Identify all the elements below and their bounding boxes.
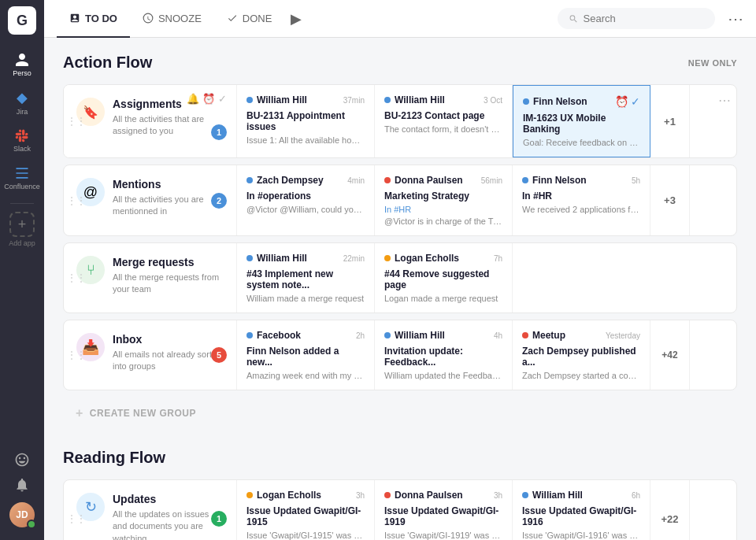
card-preview: @Victor is in charge of the Twitter... xyxy=(384,216,502,226)
card-preview: Zach Dempsey started a conversation... xyxy=(522,371,640,380)
card-assignment-3[interactable]: Finn Nelson ⏰ ✓ IM-1623 UX Mobile Bankin… xyxy=(513,85,650,157)
card-update-1[interactable]: Logan Echolls 3h Issue Updated Gwapit/GI… xyxy=(237,480,375,540)
card-header: William Hill 22min xyxy=(246,253,365,264)
card-assignment-1[interactable]: William Hill 37min BU-2131 Appointment i… xyxy=(237,85,375,157)
create-new-group-button[interactable]: + CREATE NEW GROUP xyxy=(63,397,737,430)
card-assignment-2[interactable]: William Hill 3 Oct BU-2123 Contact page … xyxy=(375,85,513,157)
card-time: ⏰ ✓ xyxy=(615,95,640,108)
sidebar-item-slack[interactable]: Slack xyxy=(5,123,39,157)
card-time: 56min xyxy=(481,176,502,185)
card-subject: Invitation update: Feedback... xyxy=(384,346,502,368)
card-mention-1[interactable]: Zach Dempsey 4min In #operations @Victor… xyxy=(237,165,375,235)
sidebar-logo[interactable]: G xyxy=(8,6,36,35)
row-menu: ⋯ xyxy=(713,85,736,157)
card-inbox-1[interactable]: Facebook 2h Finn Nelson added a new... A… xyxy=(237,320,375,390)
card-mention-2[interactable]: Donna Paulsen 56min Marketing Strategy I… xyxy=(375,165,513,235)
sidebar-bottom: JD xyxy=(9,452,35,534)
sender-dot xyxy=(384,255,391,261)
card-subject: Issue Updated Gwapit/GI-1919 xyxy=(384,505,502,527)
updates-overflow[interactable]: +22 xyxy=(650,480,690,540)
card-header: William Hill 6h xyxy=(522,490,640,501)
card-preview: We received 2 applications for... xyxy=(522,205,640,214)
card-header: Logan Echolls 3h xyxy=(246,490,365,501)
card-subject: IM-1623 UX Mobile Banking xyxy=(523,113,640,135)
card-header: William Hill 37min xyxy=(246,94,365,105)
avatar-initials: JD xyxy=(16,509,28,520)
sidebar-perso-label: Perso xyxy=(13,69,32,77)
card-mention-3[interactable]: Finn Nelson 5h In #HR We received 2 appl… xyxy=(513,165,650,235)
sidebar-divider xyxy=(10,203,34,204)
card-subject: Issue Updated Gwapit/GI-1915 xyxy=(246,505,365,527)
mentions-badge: 2 xyxy=(211,193,227,209)
assignments-overflow[interactable]: +1 xyxy=(650,85,690,157)
top-navigation: TO DO SNOOZE DONE ▶ ⋯ xyxy=(44,0,756,38)
card-merge-2[interactable]: Logan Echolls 7h #44 Remove suggested pa… xyxy=(375,243,513,313)
card-preview: @Victor @William, could you foward... xyxy=(246,205,365,214)
sender-dot xyxy=(384,492,391,498)
card-header: Meetup Yesterday xyxy=(522,330,640,341)
card-header: William Hill 3 Oct xyxy=(384,94,502,105)
check-action-icon[interactable]: ✓ xyxy=(218,93,227,105)
sidebar-bell-icon[interactable] xyxy=(14,477,30,496)
mentions-overflow[interactable]: +3 xyxy=(650,165,690,235)
more-options-button[interactable]: ⋯ xyxy=(728,9,743,28)
drag-handle[interactable]: ⋮⋮ xyxy=(67,513,86,524)
search-bar xyxy=(558,8,715,29)
tab-done[interactable]: DONE xyxy=(214,0,285,38)
user-avatar[interactable]: JD xyxy=(9,502,35,527)
card-sender: Meetup xyxy=(522,330,565,341)
card-inbox-3[interactable]: Meetup Yesterday Zach Dempsey published … xyxy=(513,320,650,390)
card-header: Facebook 2h xyxy=(246,330,365,341)
mentions-info: Mentions All the activities you are ment… xyxy=(113,178,224,218)
search-input[interactable] xyxy=(584,13,705,24)
add-app-button[interactable]: + xyxy=(9,212,35,237)
sidebar-item-perso[interactable]: Perso xyxy=(5,47,39,82)
card-time: 4h xyxy=(494,331,502,340)
inbox-overflow[interactable]: +42 xyxy=(650,320,690,390)
merge-requests-row: ⋮⋮ ⑂ Merge requests All the merge reques… xyxy=(63,242,737,313)
sidebar-item-confluence[interactable]: Confluence xyxy=(5,161,39,195)
drag-handle[interactable]: ⋮⋮ xyxy=(67,272,86,283)
sidebar-smiley-icon[interactable] xyxy=(14,452,30,471)
merge-info: Merge requests All the merge requests fr… xyxy=(113,256,224,296)
sender-dot xyxy=(522,492,528,498)
sidebar-item-jira[interactable]: ◆ Jira xyxy=(5,85,39,120)
inbox-row: ⋮⋮ 📥 Inbox All emails not already sorted… xyxy=(63,320,737,390)
new-only-button[interactable]: NEW ONLY xyxy=(688,58,737,68)
clock-action-icon[interactable]: ⏰ xyxy=(202,93,215,105)
card-update-3[interactable]: William Hill 6h Issue Updated Gwapit/GI-… xyxy=(513,480,650,540)
card-preview: Issue 'Gwapit/GI-1915' was updated ... xyxy=(246,531,365,540)
assignments-cards: William Hill 37min BU-2131 Appointment i… xyxy=(237,85,713,157)
card-preview: Issue 1: All the available hours appear.… xyxy=(246,135,365,145)
drag-handle[interactable]: ⋮⋮ xyxy=(67,195,86,206)
add-app-label: Add app xyxy=(9,239,35,247)
card-sender: Donna Paulsen xyxy=(384,175,463,186)
content-area: Action Flow NEW ONLY ⋮⋮ 🔖 Assignments Al… xyxy=(44,38,756,540)
updates-group-cell: ⋮⋮ ↻ Updates All the updates on issues a… xyxy=(64,480,237,540)
row-menu-icon[interactable]: ⋯ xyxy=(718,93,731,108)
card-preview: Amazing week end with my family... xyxy=(246,371,365,380)
sender-dot xyxy=(246,97,253,103)
tab-todo-label: TO DO xyxy=(85,13,117,24)
card-merge-1[interactable]: William Hill 22min #43 Implement new sys… xyxy=(237,243,375,313)
action-flow-section: Action Flow NEW ONLY ⋮⋮ 🔖 Assignments Al… xyxy=(63,54,737,430)
drag-handle[interactable]: ⋮⋮ xyxy=(67,116,86,127)
merge-desc: All the merge requests from your team xyxy=(113,272,224,296)
sidebar-jira-label: Jira xyxy=(17,108,28,116)
bell-action-icon[interactable]: 🔔 xyxy=(187,93,199,105)
drag-handle[interactable]: ⋮⋮ xyxy=(67,350,86,361)
create-group-label: CREATE NEW GROUP xyxy=(90,408,196,419)
tab-snooze[interactable]: SNOOZE xyxy=(130,0,214,38)
sender-dot xyxy=(384,97,391,103)
card-subject: In #operations xyxy=(246,190,365,202)
reading-flow-header: Reading Flow xyxy=(63,449,737,467)
tab-more-button[interactable]: ▶ xyxy=(284,0,308,38)
card-sender: Donna Paulsen xyxy=(384,490,463,501)
updates-row: ⋮⋮ ↻ Updates All the updates on issues a… xyxy=(63,479,737,540)
card-inbox-2[interactable]: William Hill 4h Invitation update: Feedb… xyxy=(375,320,513,390)
card-update-2[interactable]: Donna Paulsen 3h Issue Updated Gwapit/GI… xyxy=(375,480,513,540)
merge-requests-group-cell: ⋮⋮ ⑂ Merge requests All the merge reques… xyxy=(64,243,237,313)
card-preview: Issue 'Gwapit/GI-1916' was updated by... xyxy=(522,531,640,540)
tab-todo[interactable]: TO DO xyxy=(57,0,130,38)
card-subject: Marketing Strategy xyxy=(384,190,502,202)
